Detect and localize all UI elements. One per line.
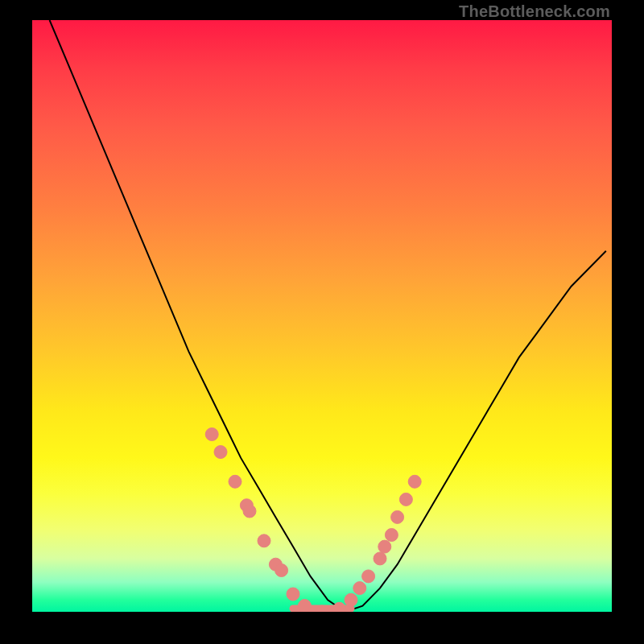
chart-svg (32, 20, 612, 612)
chart-frame: TheBottleneck.com (0, 0, 644, 644)
curve-marker (399, 493, 412, 506)
curve-marker (258, 535, 270, 547)
curve-marker (275, 564, 288, 577)
curve-marker (345, 593, 357, 606)
curve-marker (205, 428, 218, 441)
curve-markers (205, 428, 421, 613)
curve-marker (243, 505, 256, 518)
curve-marker (385, 529, 398, 542)
bottleneck-curve (50, 20, 606, 612)
curve-marker (374, 552, 386, 565)
attribution-text: TheBottleneck.com (459, 2, 610, 21)
curve-marker (229, 475, 242, 488)
curve-marker (214, 446, 227, 459)
curve-marker (333, 602, 346, 612)
curve-marker (378, 540, 391, 553)
curve-marker (391, 510, 404, 523)
plot-area (32, 20, 612, 612)
curve-marker (353, 582, 366, 595)
curve-marker (298, 600, 311, 612)
curve-marker (362, 570, 375, 583)
curve-marker (287, 588, 299, 601)
curve-marker (408, 475, 421, 488)
